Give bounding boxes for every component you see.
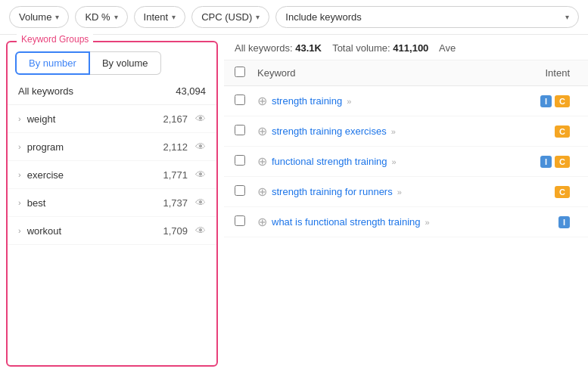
add-keyword-icon-3[interactable]: ⊕: [257, 184, 267, 199]
kd-filter-btn[interactable]: KD % ▾: [75, 6, 127, 28]
table-row: ⊕ strength training exercises » C: [224, 116, 588, 147]
group-name: best: [27, 197, 163, 209]
row-keyword-4: ⊕ what is functional strength training »: [257, 215, 517, 229]
keyword-arrow-icon-3: »: [397, 187, 402, 197]
keyword-table: Keyword Intent ⊕ strength training » I C: [224, 60, 588, 373]
badge-c-1: C: [555, 125, 570, 138]
row-keyword-3: ⊕ strength training for runners »: [257, 184, 517, 199]
total-volume-value: 411,100: [393, 42, 428, 54]
row-keyword-1: ⊕ strength training exercises »: [257, 124, 517, 138]
keyword-text-0[interactable]: strength training: [272, 95, 342, 107]
eye-icon[interactable]: 👁: [195, 141, 206, 153]
add-keyword-icon-4[interactable]: ⊕: [257, 215, 267, 229]
ave-label: Ave: [439, 42, 456, 54]
all-keywords-count: 43,094: [176, 85, 206, 97]
group-chevron-icon: ›: [18, 198, 21, 207]
group-name: program: [27, 141, 163, 153]
eye-icon[interactable]: 👁: [195, 113, 206, 125]
header-keyword: Keyword: [257, 67, 517, 79]
all-keywords-row: All keywords 43,094: [8, 81, 216, 105]
table-row: ⊕ strength training » I C: [224, 86, 588, 116]
stats-row: All keywords: 43.1K Total volume: 411,10…: [224, 35, 588, 60]
all-keywords-label: All keywords: [18, 85, 73, 97]
row-checkbox-0[interactable]: [235, 94, 245, 105]
cpc-label: CPC (USD): [201, 11, 252, 23]
table-row: ⊕ what is functional strength training »…: [224, 207, 588, 237]
row-intent-4: I: [517, 216, 577, 228]
keyword-text-3[interactable]: strength training for runners: [272, 186, 393, 197]
badge-i-0: I: [540, 95, 552, 107]
row-keyword-0: ⊕ strength training »: [257, 94, 517, 108]
keyword-groups-panel: Keyword Groups By number By volume All k…: [6, 41, 218, 367]
intent-label: Intent: [144, 11, 169, 23]
row-checkbox-2[interactable]: [235, 155, 245, 166]
group-item-best[interactable]: › best 1,737 👁: [8, 189, 216, 217]
row-keyword-2: ⊕ functional strength training »: [257, 154, 517, 169]
tab-by-number[interactable]: By number: [15, 51, 90, 75]
group-item-program[interactable]: › program 2,112 👁: [8, 133, 216, 161]
row-checkbox-1[interactable]: [235, 125, 245, 135]
keyword-arrow-icon-4: »: [425, 218, 430, 227]
row-checkbox-cell-4: [235, 215, 257, 228]
group-name: weight: [27, 113, 163, 125]
intent-chevron-icon: ▾: [172, 13, 176, 21]
keyword-text-4[interactable]: what is functional strength training: [272, 216, 421, 228]
group-chevron-icon: ›: [18, 170, 21, 179]
row-checkbox-cell-3: [235, 185, 257, 198]
group-count: 1,771: [163, 169, 188, 181]
row-checkbox-4[interactable]: [235, 215, 245, 226]
volume-filter-btn[interactable]: Volume ▾: [9, 6, 69, 28]
eye-icon[interactable]: 👁: [195, 225, 206, 237]
group-chevron-icon: ›: [18, 114, 21, 123]
badge-c-2: C: [555, 156, 570, 168]
add-keyword-icon-2[interactable]: ⊕: [257, 154, 267, 169]
group-count: 1,737: [163, 197, 188, 209]
include-keywords-chevron-icon: ▾: [565, 13, 569, 21]
table-row: ⊕ strength training for runners » C: [224, 177, 588, 207]
tab-by-volume[interactable]: By volume: [90, 51, 161, 75]
header-checkbox-cell: [235, 67, 257, 79]
eye-icon[interactable]: 👁: [195, 197, 206, 209]
group-count: 1,709: [163, 225, 188, 237]
include-keywords-filter-btn[interactable]: Include keywords ▾: [275, 6, 579, 28]
group-item-workout[interactable]: › workout 1,709 👁: [8, 217, 216, 245]
row-intent-1: C: [517, 125, 577, 138]
keyword-text-2[interactable]: functional strength training: [272, 156, 387, 167]
add-keyword-icon-0[interactable]: ⊕: [257, 94, 267, 108]
row-checkbox-cell-1: [235, 125, 257, 138]
group-count: 2,112: [163, 141, 188, 153]
group-item-weight[interactable]: › weight 2,167 👁: [8, 105, 216, 133]
group-item-exercise[interactable]: › exercise 1,771 👁: [8, 161, 216, 189]
add-keyword-icon-1[interactable]: ⊕: [257, 124, 267, 138]
select-all-checkbox[interactable]: [235, 67, 245, 77]
keyword-arrow-icon-0: »: [347, 97, 351, 106]
kd-label: KD %: [85, 11, 110, 23]
row-checkbox-3[interactable]: [235, 185, 245, 196]
main-layout: Keyword Groups By number By volume All k…: [0, 35, 588, 373]
group-chevron-icon: ›: [18, 142, 21, 151]
table-row: ⊕ functional strength training » I C: [224, 147, 588, 177]
keyword-arrow-icon-2: »: [391, 157, 396, 166]
keyword-groups-title: Keyword Groups: [17, 34, 93, 45]
all-keywords-stat-label: All keywords:: [235, 42, 293, 54]
filter-bar: Volume ▾ KD % ▾ Intent ▾ CPC (USD) ▾ Inc…: [0, 0, 588, 35]
group-chevron-icon: ›: [18, 226, 21, 235]
table-header: Keyword Intent: [224, 60, 588, 86]
keyword-text-1[interactable]: strength training exercises: [272, 125, 387, 137]
badge-i-2: I: [540, 156, 552, 168]
badge-c-0: C: [555, 95, 570, 107]
intent-filter-btn[interactable]: Intent ▾: [134, 6, 186, 28]
group-name: workout: [27, 225, 163, 237]
row-checkbox-cell-0: [235, 94, 257, 107]
row-checkbox-cell-2: [235, 155, 257, 168]
total-volume-label: Total volume:: [332, 42, 390, 54]
right-panel: All keywords: 43.1K Total volume: 411,10…: [224, 35, 588, 373]
cpc-filter-btn[interactable]: CPC (USD) ▾: [191, 6, 269, 28]
tab-row: By number By volume: [8, 42, 216, 81]
group-count: 2,167: [163, 113, 188, 125]
eye-icon[interactable]: 👁: [195, 169, 206, 181]
badge-i-4: I: [558, 216, 570, 228]
header-intent: Intent: [517, 67, 577, 79]
volume-chevron-icon: ▾: [55, 13, 59, 21]
group-name: exercise: [27, 169, 163, 181]
